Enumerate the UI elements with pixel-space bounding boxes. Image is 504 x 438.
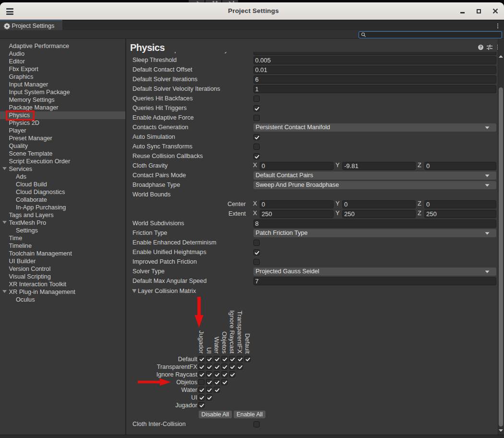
svg-text:?: ?	[480, 45, 482, 49]
